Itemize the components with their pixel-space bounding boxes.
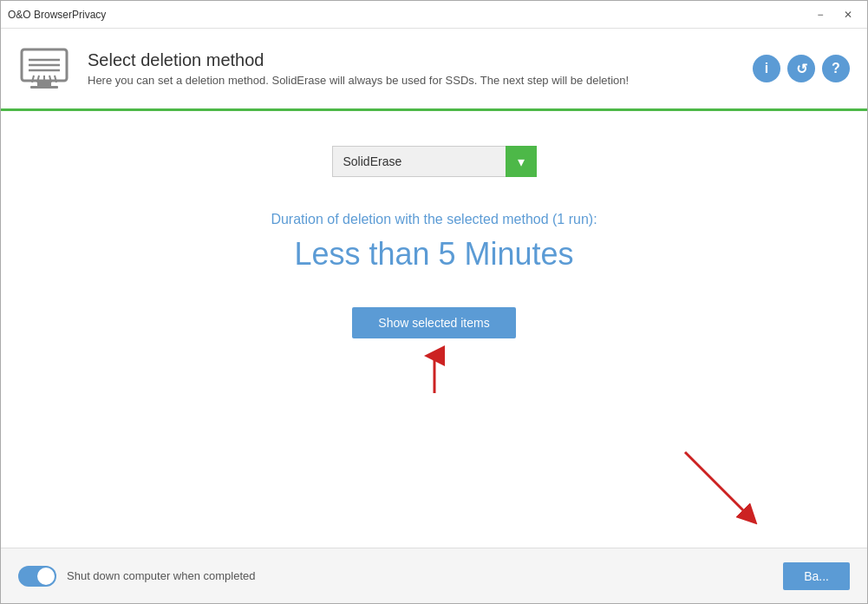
shutdown-toggle[interactable] — [18, 566, 56, 587]
header-action-buttons: i ↺ ? — [753, 55, 850, 82]
window-controls: − ✕ — [808, 5, 860, 24]
page-description: Here you can set a deletion method. Soli… — [88, 74, 629, 87]
back-button[interactable]: Ba... — [783, 562, 850, 590]
annotation-arrow-bottom-right — [676, 443, 763, 530]
info-button[interactable]: i — [753, 55, 780, 82]
shutdown-container: Shut down computer when completed — [18, 566, 256, 587]
svg-line-14 — [685, 452, 750, 517]
annotation-arrow-up — [408, 345, 460, 397]
show-selected-items-button[interactable]: Show selected items — [352, 307, 515, 338]
footer-buttons: Ba... — [783, 562, 850, 590]
duration-value: Less than 5 Minutes — [294, 236, 573, 272]
shutdown-label: Shut down computer when completed — [67, 569, 256, 582]
app-title: O&O BrowserPrivacy — [8, 9, 106, 21]
page-header: Select deletion method Here you can set … — [1, 29, 867, 111]
page-title: Select deletion method — [88, 50, 629, 70]
svg-rect-2 — [30, 86, 58, 89]
titlebar: O&O BrowserPrivacy − ✕ — [1, 1, 867, 29]
show-items-container: Show selected items — [352, 307, 515, 397]
main-content: SolidErase 1 Pass Zeros 1 Pass Random 7 … — [1, 111, 867, 415]
minimize-button[interactable]: − — [808, 5, 832, 24]
annotation-arrow-bottom-right-container — [676, 443, 763, 534]
refresh-button[interactable]: ↺ — [787, 55, 815, 82]
dropdown-chevron-button[interactable]: ▾ — [506, 146, 537, 177]
close-button[interactable]: ✕ — [836, 5, 860, 24]
duration-label: Duration of deletion with the selected m… — [271, 212, 597, 227]
deletion-method-dropdown-container: SolidErase 1 Pass Zeros 1 Pass Random 7 … — [332, 146, 537, 177]
footer: Shut down computer when completed Ba... — [1, 548, 867, 603]
chevron-down-icon: ▾ — [518, 154, 525, 170]
toggle-knob — [37, 568, 55, 585]
app-logo-icon — [18, 43, 70, 95]
deletion-method-select[interactable]: SolidErase 1 Pass Zeros 1 Pass Random 7 … — [332, 146, 506, 177]
header-text-block: Select deletion method Here you can set … — [88, 50, 629, 87]
help-button[interactable]: ? — [822, 55, 850, 82]
